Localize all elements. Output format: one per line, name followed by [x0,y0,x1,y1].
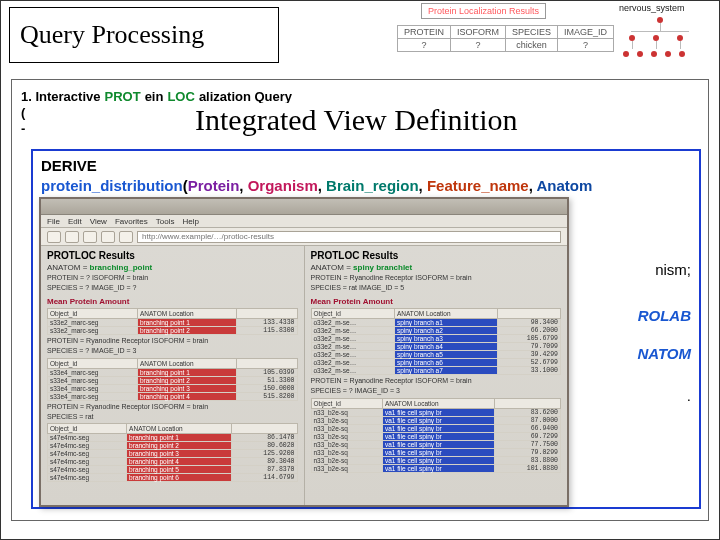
col-header: Object_id [311,308,394,318]
cell-location: branching point 1 [127,434,232,442]
val-imageid: ? [558,39,614,52]
val-isoform: ? [451,39,506,52]
table-row: s47e4mc-segbranching point 280.6020 [48,442,298,450]
cell-value: 125.9200 [232,450,297,458]
cell-value: 77.7500 [495,440,561,448]
table-row: s33e4_marc-segbranching point 3150.0000 [48,384,298,392]
reload-button[interactable] [101,231,115,243]
table-row: s47e4mc-segbranching point 489.3040 [48,458,298,466]
menu-favorites[interactable]: Favorites [115,217,148,226]
col-header: Object_id [311,398,382,408]
menu-edit[interactable]: Edit [68,217,82,226]
window-menubar[interactable]: File Edit View Favorites Tools Help [41,215,567,228]
step1-dash: - [21,121,25,136]
cell-location: branching point 1 [137,318,236,326]
cell-location: spiny branch a2 [394,326,497,334]
col-header: ANATOM Location [137,358,236,368]
meta-line: SPECIES = rat [47,413,298,421]
col-header: ANATOM Location [127,424,232,434]
step1-loc: LOC [167,89,194,104]
derive-keyword: DERIVE [41,157,97,174]
menu-tools[interactable]: Tools [156,217,175,226]
table-row: s47e4mc-segbranching point 3125.9200 [48,450,298,458]
table-row: n33_b2e-sqva1 file cell spiny br66.9400 [311,424,561,432]
forward-button[interactable] [65,231,79,243]
meta-line: PROTEIN = ? ISOFORM = brain [47,274,298,282]
step1-mid1: ein [145,89,164,104]
table-row: o33e2_m-se…spiny branch a3105.6799 [311,334,561,342]
cell-id: o33e2_m-se… [311,358,394,366]
col-header: Object_id [48,358,138,368]
table-row: o33e2_m-se…spiny branch a266.2000 [311,326,561,334]
cell-value: 79.7099 [497,342,560,350]
step1-line: 1. Interactive PROTein LOCalization Quer… [21,89,292,104]
menu-file[interactable]: File [47,217,60,226]
home-button[interactable] [119,231,133,243]
cell-location: va1 file cell spiny br [382,464,494,472]
cell-id: s33e2_marc-seg [48,318,138,326]
cell-value: 83.6200 [495,408,561,416]
cell-location: branching point 1 [137,368,236,376]
cell-id: s33e4_marc-seg [48,368,138,376]
cell-location: va1 file cell spiny br [382,424,494,432]
cell-location: spiny branch a6 [394,358,497,366]
meta-line: SPECIES = ? IMAGE_ID = 3 [47,347,298,355]
stop-button[interactable] [83,231,97,243]
table-row: n33_b2e-sqva1 file cell spiny br83.6200 [311,408,561,416]
table-row: s33e4_marc-segbranching point 251.3300 [48,376,298,384]
cell-value: 52.6799 [497,358,560,366]
cell-id: s33e4_marc-seg [48,392,138,400]
col-protein: PROTEIN [398,26,451,39]
cell-value: 114.6799 [232,474,297,482]
table-row: s47e4mc-segbranching point 587.8370 [48,466,298,474]
cell-value: 515.8200 [236,392,297,400]
cell-location: branching point 4 [137,392,236,400]
cell-id: n33_b2e-sq [311,440,382,448]
back-button[interactable] [47,231,61,243]
col-isoform: ISOFORM [451,26,506,39]
cell-id: n33_b2e-sq [311,416,382,424]
cell-value: 115.8300 [236,326,297,334]
cell-value: 90.3400 [497,318,560,326]
cell-value: 79.0299 [495,448,561,456]
meta-line: SPECIES = ? IMAGE_ID = ? [47,284,298,292]
cell-value: 39.4299 [497,350,560,358]
cell-location: spiny branch a4 [394,342,497,350]
cell-value: 87.8370 [232,466,297,474]
table-row: s33e2_marc-segbranching point 1133.4330 [48,318,298,326]
cell-location: spiny branch a1 [394,318,497,326]
header-query-table: PROTEIN ISOFORM SPECIES IMAGE_ID ? ? chi… [397,25,614,52]
cell-id: n33_b2e-sq [311,464,382,472]
col-header: ANATOM Location [382,398,494,408]
menu-help[interactable]: Help [182,217,198,226]
cell-location: branching point 4 [127,458,232,466]
meta-line: SPECIES = rat IMAGE_ID = 5 [311,284,562,292]
cell-id: s47e4mc-seg [48,466,127,474]
anatom-line: ANATOM = branching_point [47,263,298,272]
cell-id: s47e4mc-seg [48,442,127,450]
cell-location: va1 file cell spiny br [382,432,494,440]
window-titlebar[interactable] [41,199,567,215]
table-row: o33e2_m-se…spiny branch a539.4299 [311,350,561,358]
url-bar[interactable]: http://www.example/…/protloc-results [137,231,561,243]
cell-value: 66.2000 [497,326,560,334]
right-pane: PROTLOC ResultsANATOM = spiny branchletP… [305,246,568,505]
table-row: s47e4mc-segbranching point 6114.6799 [48,474,298,482]
cell-value: 87.0000 [495,416,561,424]
col-header [495,398,561,408]
sep1: , [239,177,247,194]
menu-view[interactable]: View [90,217,107,226]
meta-line: PROTEIN = Ryanodine Receptor ISOFORM = b… [311,377,562,385]
cell-location: branching point 2 [137,326,236,334]
val-species: chicken [506,39,558,52]
cell-location: branching point 3 [137,384,236,392]
col-header: ANATOM Location [137,308,236,318]
cell-id: s47e4mc-seg [48,450,127,458]
cell-location: branching point 2 [137,376,236,384]
cell-location: branching point 3 [127,450,232,458]
arg-organism: Organism [248,177,318,194]
result-table: Object_idANATOM Locations33e4_marc-segbr… [47,358,298,401]
col-header: Object_id [48,424,127,434]
step1-mid2: alization Query [199,89,292,104]
window-body: PROTLOC ResultsANATOM = branching_pointP… [41,246,567,505]
